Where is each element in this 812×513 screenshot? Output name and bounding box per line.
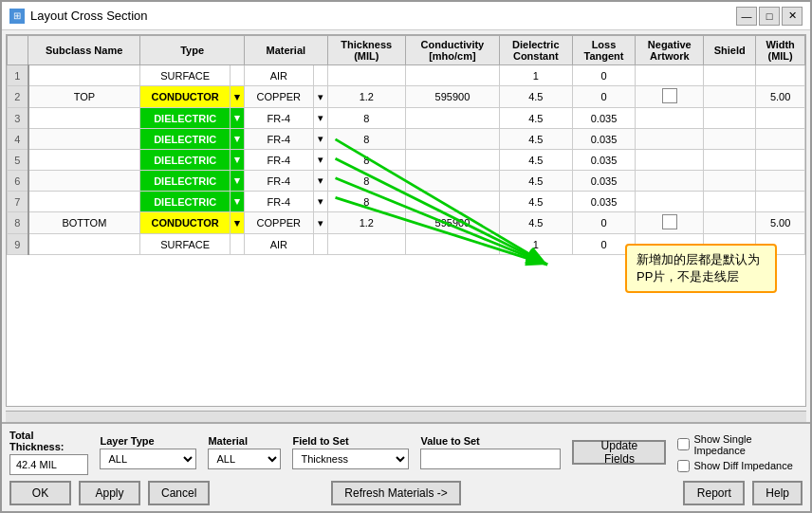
- material-dropdown[interactable]: [313, 234, 327, 255]
- thickness-cell[interactable]: [327, 65, 405, 86]
- loss-tangent-cell[interactable]: 0.035: [572, 192, 636, 212]
- material-dropdown[interactable]: ▾: [313, 86, 327, 108]
- negative-artwork-cell[interactable]: [636, 212, 704, 234]
- dielectric-constant-cell[interactable]: 4.5: [499, 212, 572, 234]
- conductivity-cell[interactable]: [405, 108, 499, 129]
- type-dropdown[interactable]: ▾: [231, 212, 245, 234]
- thickness-cell[interactable]: 8: [327, 171, 405, 192]
- width-cell[interactable]: 5.00: [756, 86, 805, 108]
- negative-artwork-checkbox[interactable]: [662, 88, 677, 103]
- type-cell[interactable]: CONDUCTOR: [140, 212, 231, 234]
- conductivity-cell[interactable]: [405, 171, 499, 192]
- table-container[interactable]: Subclass Name Type Material Thickness(MI…: [6, 34, 806, 407]
- type-cell[interactable]: DIELECTRIC: [140, 108, 231, 129]
- dielectric-constant-cell[interactable]: 1: [499, 65, 572, 86]
- help-button[interactable]: Help: [752, 481, 803, 505]
- report-button[interactable]: Report: [683, 481, 745, 505]
- dielectric-constant-cell[interactable]: 4.5: [499, 171, 572, 192]
- loss-tangent-cell[interactable]: 0.035: [572, 129, 636, 150]
- loss-tangent-cell[interactable]: 0: [572, 212, 636, 234]
- material-dropdown[interactable]: ▾: [313, 108, 327, 129]
- negative-artwork-cell[interactable]: [636, 171, 704, 192]
- refresh-materials-button[interactable]: Refresh Materials ->: [331, 481, 460, 505]
- conductivity-cell[interactable]: 595900: [405, 86, 499, 108]
- show-single-impedance-checkbox[interactable]: [677, 438, 690, 450]
- conductivity-cell[interactable]: [405, 192, 499, 212]
- dielectric-constant-cell[interactable]: 1: [499, 234, 572, 255]
- shield-cell[interactable]: [704, 150, 756, 171]
- shield-cell[interactable]: [704, 171, 756, 192]
- shield-cell[interactable]: [704, 192, 756, 212]
- table-row[interactable]: 7DIELECTRIC▾FR-4▾84.50.035: [8, 192, 805, 212]
- conductivity-cell[interactable]: [405, 234, 499, 255]
- type-cell[interactable]: DIELECTRIC: [140, 129, 231, 150]
- type-cell[interactable]: DIELECTRIC: [140, 171, 231, 192]
- minimize-button[interactable]: —: [736, 7, 757, 26]
- negative-artwork-cell[interactable]: [636, 129, 704, 150]
- width-cell[interactable]: [756, 171, 805, 192]
- table-row[interactable]: 2TOPCONDUCTOR▾COPPER▾1.25959004.505.00: [8, 86, 805, 108]
- thickness-cell[interactable]: 8: [327, 150, 405, 171]
- dielectric-constant-cell[interactable]: 4.5: [499, 108, 572, 129]
- ok-button[interactable]: OK: [9, 481, 71, 505]
- type-dropdown[interactable]: ▾: [231, 108, 245, 129]
- shield-cell[interactable]: [704, 129, 756, 150]
- dielectric-constant-cell[interactable]: 4.5: [499, 129, 572, 150]
- shield-cell[interactable]: [704, 65, 756, 86]
- shield-cell[interactable]: [704, 108, 756, 129]
- type-cell[interactable]: CONDUCTOR: [140, 86, 231, 108]
- apply-button[interactable]: Apply: [79, 481, 140, 505]
- width-cell[interactable]: [756, 129, 805, 150]
- material-dropdown[interactable]: ▾: [313, 212, 327, 234]
- thickness-cell[interactable]: [327, 234, 405, 255]
- table-row[interactable]: 8BOTTOMCONDUCTOR▾COPPER▾1.25959004.505.0…: [8, 212, 805, 234]
- cancel-button[interactable]: Cancel: [148, 481, 210, 505]
- loss-tangent-cell[interactable]: 0: [572, 65, 636, 86]
- update-fields-button[interactable]: Update Fields: [572, 440, 666, 465]
- horizontal-scrollbar[interactable]: [6, 411, 806, 422]
- thickness-cell[interactable]: 8: [327, 129, 405, 150]
- width-cell[interactable]: [756, 150, 805, 171]
- type-dropdown[interactable]: ▾: [231, 150, 245, 171]
- material-dropdown[interactable]: ▾: [313, 150, 327, 171]
- conductivity-cell[interactable]: [405, 65, 499, 86]
- maximize-button[interactable]: □: [759, 7, 780, 26]
- conductivity-cell[interactable]: 595900: [405, 212, 499, 234]
- type-cell[interactable]: DIELECTRIC: [140, 150, 231, 171]
- thickness-cell[interactable]: 1.2: [327, 212, 405, 234]
- value-to-set-input[interactable]: [420, 449, 561, 469]
- width-cell[interactable]: [756, 65, 805, 86]
- type-dropdown[interactable]: ▾: [231, 171, 245, 192]
- dielectric-constant-cell[interactable]: 4.5: [499, 150, 572, 171]
- table-row[interactable]: 5DIELECTRIC▾FR-4▾84.50.035: [8, 150, 805, 171]
- width-cell[interactable]: [756, 192, 805, 212]
- material-dropdown[interactable]: ▾: [313, 129, 327, 150]
- type-cell[interactable]: DIELECTRIC: [140, 192, 231, 212]
- table-row[interactable]: 6DIELECTRIC▾FR-4▾84.50.035: [8, 171, 805, 192]
- type-cell[interactable]: SURFACE: [140, 65, 231, 86]
- material-dropdown[interactable]: [313, 65, 327, 86]
- field-to-set-select[interactable]: Thickness Conductivity Dielectric Consta…: [292, 449, 409, 469]
- show-diff-impedance-checkbox[interactable]: [677, 460, 690, 472]
- dielectric-constant-cell[interactable]: 4.5: [499, 86, 572, 108]
- negative-artwork-cell[interactable]: [636, 150, 704, 171]
- negative-artwork-cell[interactable]: [636, 108, 704, 129]
- width-cell[interactable]: 5.00: [756, 212, 805, 234]
- close-button[interactable]: ✕: [782, 7, 803, 26]
- material-dropdown[interactable]: ▾: [313, 171, 327, 192]
- negative-artwork-cell[interactable]: [636, 192, 704, 212]
- loss-tangent-cell[interactable]: 0.035: [572, 108, 636, 129]
- loss-tangent-cell[interactable]: 0.035: [572, 150, 636, 171]
- negative-artwork-cell[interactable]: [636, 86, 704, 108]
- table-row[interactable]: 1SURFACEAIR10: [8, 65, 805, 86]
- width-cell[interactable]: [756, 108, 805, 129]
- material-dropdown[interactable]: ▾: [313, 192, 327, 212]
- type-cell[interactable]: SURFACE: [140, 234, 231, 255]
- negative-artwork-checkbox[interactable]: [662, 214, 677, 229]
- layer-type-select[interactable]: ALL CONDUCTOR DIELECTRIC: [100, 449, 196, 469]
- shield-cell[interactable]: [704, 86, 756, 108]
- loss-tangent-cell[interactable]: 0: [572, 86, 636, 108]
- type-dropdown[interactable]: ▾: [231, 129, 245, 150]
- material-select[interactable]: ALL COPPER FR-4 AIR: [208, 449, 281, 469]
- table-row[interactable]: 3DIELECTRIC▾FR-4▾84.50.035: [8, 108, 805, 129]
